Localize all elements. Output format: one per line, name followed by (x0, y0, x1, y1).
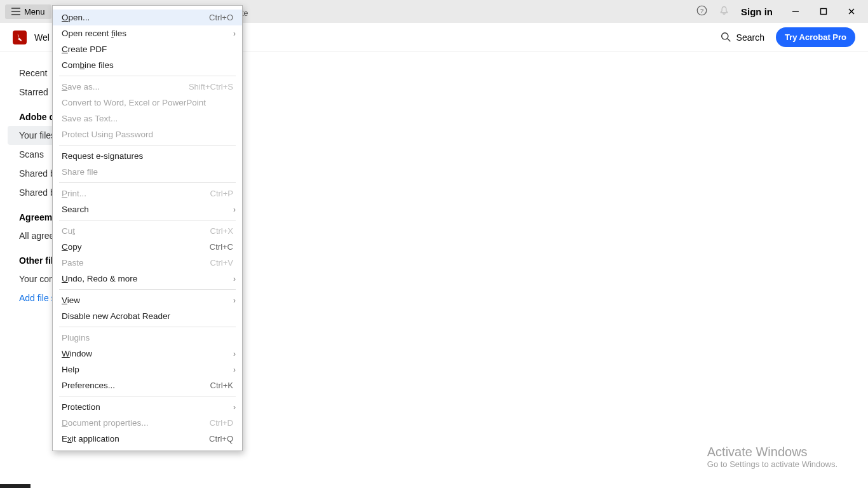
acrobat-logo-icon (13, 30, 27, 44)
close-button[interactable] (846, 6, 857, 17)
menu-item-protect-password: Protect Using Password (53, 126, 242, 142)
menu-item-open-recent[interactable]: Open recent files › (53, 25, 242, 41)
menu-item-doc-properties: Document properties... Ctrl+D (53, 415, 242, 431)
minimize-button[interactable] (790, 6, 801, 17)
menu-item-help[interactable]: Help › (53, 362, 242, 377)
menu-item-plugins: Plugins (53, 330, 242, 346)
watermark-subtitle: Go to Settings to activate Windows. (707, 459, 837, 469)
shortcut: Ctrl+C (210, 242, 233, 252)
shortcut: Shift+Ctrl+S (189, 82, 233, 92)
menu-separator (59, 327, 236, 327)
window-controls (790, 0, 868, 23)
chevron-right-icon: › (233, 403, 236, 412)
menu-item-open[interactable]: Open... Ctrl+O (53, 10, 242, 25)
tab-label: Wel (34, 32, 50, 43)
menu-item-view[interactable]: View › (53, 292, 242, 308)
search-icon (721, 32, 731, 43)
windows-activation-watermark: Activate Windows Go to Settings to activ… (707, 445, 837, 469)
menu-item-preferences[interactable]: Preferences... Ctrl+K (53, 377, 242, 393)
svg-rect-2 (821, 9, 827, 15)
chevron-right-icon: › (233, 349, 236, 358)
menu-item-protection[interactable]: Protection › (53, 399, 242, 415)
menu-item-undo-redo[interactable]: Undo, Redo & more › (53, 271, 242, 287)
chevron-right-icon: › (233, 29, 236, 38)
menu-separator (59, 76, 236, 76)
menu-item-share-file: Share file (53, 164, 242, 180)
taskbar-fragment (0, 484, 31, 488)
chevron-right-icon: › (233, 296, 236, 305)
shortcut: Ctrl+P (210, 189, 233, 198)
shortcut: Ctrl+O (209, 13, 233, 22)
menu-item-convert: Convert to Word, Excel or PowerPoint (53, 95, 242, 111)
svg-text:?: ? (700, 7, 703, 13)
shortcut: Ctrl+X (210, 226, 233, 236)
maximize-button[interactable] (818, 6, 829, 17)
tab-welcome[interactable]: Wel (13, 30, 50, 44)
try-acrobat-label: Try Acrobat Pro (785, 32, 846, 42)
menu-button[interactable]: Menu (5, 4, 51, 19)
menu-separator (59, 289, 236, 290)
menu-item-create-pdf[interactable]: Create PDF (53, 41, 242, 57)
shortcut: Ctrl+V (210, 258, 233, 268)
chevron-right-icon: › (233, 365, 236, 374)
titlebar-right: ? Sign in (696, 0, 773, 23)
menu-item-print: Print... Ctrl+P (53, 186, 242, 201)
menu-separator (59, 220, 236, 220)
menu-separator (59, 396, 236, 396)
menu-item-save-as: Save as... Shift+Ctrl+S (53, 79, 242, 95)
main-menu-dropdown: Open... Ctrl+O Open recent files › Creat… (52, 5, 243, 451)
chevron-right-icon: › (233, 274, 236, 283)
menu-item-window[interactable]: Window › (53, 346, 242, 362)
menu-item-request-esign[interactable]: Request e-signatures (53, 148, 242, 164)
try-acrobat-button[interactable]: Try Acrobat Pro (776, 27, 855, 47)
menu-separator (59, 145, 236, 146)
hamburger-icon (11, 8, 20, 15)
help-icon[interactable]: ? (696, 5, 707, 18)
menu-item-search[interactable]: Search › (53, 201, 242, 217)
watermark-title: Activate Windows (707, 445, 837, 459)
chevron-right-icon: › (233, 205, 236, 214)
menu-item-paste: Paste Ctrl+V (53, 255, 242, 271)
menu-item-save-as-text: Save as Text... (53, 111, 242, 126)
sign-in-link[interactable]: Sign in (741, 6, 773, 17)
menu-item-disable-new-reader[interactable]: Disable new Acrobat Reader (53, 308, 242, 324)
shortcut: Ctrl+K (210, 381, 233, 390)
svg-point-3 (721, 33, 728, 39)
menu-item-cut: Cut Ctrl+X (53, 223, 242, 239)
search-button[interactable]: Search (721, 32, 764, 43)
toolbar-right: Search Try Acrobat Pro (721, 27, 855, 47)
bell-icon[interactable] (719, 5, 729, 18)
menu-separator (59, 182, 236, 183)
search-label: Search (736, 32, 764, 43)
menu-item-copy[interactable]: Copy Ctrl+C (53, 239, 242, 255)
menu-button-label: Menu (24, 7, 45, 17)
shortcut: Ctrl+Q (209, 434, 233, 444)
shortcut: Ctrl+D (210, 418, 233, 428)
menu-item-combine-files[interactable]: Combine files (53, 57, 242, 73)
menu-item-exit[interactable]: Exit application Ctrl+Q (53, 431, 242, 447)
